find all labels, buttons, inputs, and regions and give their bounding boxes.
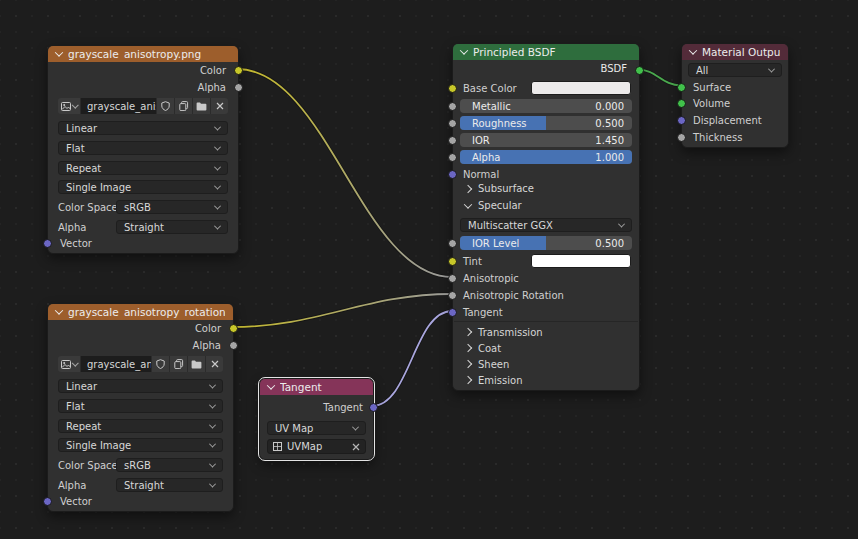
ior-slider[interactable]: IOR 1.450 — [460, 133, 632, 147]
socket-thickness-input[interactable] — [677, 133, 686, 142]
close-icon[interactable] — [352, 443, 360, 451]
collapse-icon[interactable] — [55, 306, 63, 314]
socket-ior-input[interactable] — [448, 136, 457, 145]
socket-tangent-output[interactable] — [369, 403, 378, 412]
collapse-icon[interactable] — [460, 46, 468, 54]
image-name-field[interactable]: grayscale_anisot... — [81, 356, 152, 372]
panel-label: Emission — [478, 375, 523, 386]
metallic-slider[interactable]: Metallic 0.000 — [460, 99, 632, 113]
node-image-texture-rotation[interactable]: grayscale_anisotropy_rotation.png Color … — [47, 303, 234, 512]
direction-type-dropdown[interactable]: UV Map — [267, 421, 366, 435]
extension-dropdown[interactable]: Repeat — [58, 419, 223, 433]
node-material-output[interactable]: Material Output All Surface Volume Displ… — [681, 43, 789, 148]
node-editor-canvas[interactable]: grayscale_anisotropy.png Color Alpha gra… — [0, 0, 858, 539]
projection-dropdown[interactable]: Flat — [58, 141, 228, 155]
volume-label: Volume — [693, 98, 730, 109]
specular-panel[interactable]: Specular — [453, 198, 639, 213]
socket-color-output[interactable] — [234, 66, 243, 75]
node-image-texture-anisotropy[interactable]: grayscale_anisotropy.png Color Alpha gra… — [47, 45, 239, 254]
tangent-input-row: Tangent — [453, 305, 639, 319]
tint-row: Tint — [453, 254, 639, 268]
node-header[interactable]: Principled BSDF — [453, 44, 639, 60]
node-header[interactable]: grayscale_anisotropy.png — [48, 46, 238, 62]
socket-tint-input[interactable] — [448, 257, 457, 266]
vector-input-row: Vector — [48, 236, 238, 250]
tint-label: Tint — [463, 256, 482, 267]
chevron-down-icon — [768, 65, 775, 72]
node-principled-bsdf[interactable]: Principled BSDF BSDF Base Color Metallic… — [452, 43, 640, 391]
socket-vector-input[interactable] — [43, 497, 52, 506]
extension-dropdown[interactable]: Repeat — [58, 161, 228, 175]
chevron-right-icon — [464, 328, 472, 336]
collapse-icon[interactable] — [689, 46, 697, 54]
socket-base-color-input[interactable] — [448, 84, 457, 93]
link-color-to-anisotropic[interactable] — [237, 69, 452, 277]
alpha-slider[interactable]: Alpha 1.000 — [460, 150, 632, 164]
source-dropdown[interactable]: Single Image — [58, 180, 228, 194]
socket-alpha-input[interactable] — [448, 153, 457, 162]
link-color-to-anisotropic-rotation[interactable] — [232, 294, 452, 327]
link-tangent-to-tangent[interactable] — [372, 311, 452, 406]
node-title: Material Output — [702, 46, 780, 58]
socket-alpha-output[interactable] — [234, 83, 243, 92]
node-tangent[interactable]: Tangent Tangent UV Map UVMap — [259, 378, 374, 460]
coat-panel[interactable]: Coat — [453, 341, 639, 355]
color-space-dropdown[interactable]: sRGB — [116, 200, 228, 214]
socket-surface-input[interactable] — [677, 83, 686, 92]
socket-volume-input[interactable] — [677, 99, 686, 108]
open-image-button[interactable] — [193, 98, 211, 114]
socket-anisotropic-input[interactable] — [448, 274, 457, 283]
collapse-icon[interactable] — [267, 381, 275, 389]
new-image-button[interactable] — [170, 356, 188, 372]
unlink-image-button[interactable] — [211, 98, 228, 114]
new-image-button[interactable] — [175, 98, 193, 114]
fake-user-button[interactable] — [157, 98, 175, 114]
socket-anisotropic-rotation-input[interactable] — [448, 291, 457, 300]
output-row-alpha: Alpha — [48, 337, 233, 353]
interpolation-dropdown[interactable]: Linear — [58, 121, 228, 135]
emission-panel[interactable]: Emission — [453, 373, 639, 387]
collapse-icon[interactable] — [55, 48, 63, 56]
panel-label: Specular — [478, 200, 522, 211]
output-label: Tangent — [323, 402, 363, 413]
ior-level-slider[interactable]: IOR Level 0.500 — [460, 236, 632, 250]
socket-bsdf-output[interactable] — [635, 66, 644, 75]
open-image-button[interactable] — [188, 356, 206, 372]
socket-roughness-input[interactable] — [448, 119, 457, 128]
color-space-dropdown[interactable]: sRGB — [116, 458, 223, 472]
link-bsdf-to-surface[interactable] — [638, 70, 681, 86]
subsurface-panel[interactable]: Subsurface — [453, 181, 639, 196]
socket-alpha-output[interactable] — [229, 341, 238, 350]
uv-map-field[interactable]: UVMap — [267, 439, 366, 454]
node-header[interactable]: grayscale_anisotropy_rotation.png — [48, 304, 233, 320]
socket-normal-input[interactable] — [448, 170, 457, 179]
socket-ior-level-input[interactable] — [448, 239, 457, 248]
socket-vector-input[interactable] — [43, 239, 52, 248]
unlink-image-button[interactable] — [206, 356, 223, 372]
tint-swatch[interactable] — [531, 254, 631, 268]
image-browse-dropdown[interactable] — [58, 98, 81, 114]
target-dropdown[interactable]: All — [688, 63, 782, 77]
image-name-field[interactable]: grayscale_anisot... — [81, 98, 157, 114]
shield-icon — [156, 359, 165, 369]
alpha-mode-dropdown[interactable]: Straight — [116, 478, 223, 492]
alpha-mode-dropdown[interactable]: Straight — [116, 220, 228, 234]
projection-dropdown[interactable]: Flat — [58, 399, 223, 413]
node-header[interactable]: Tangent — [260, 379, 373, 395]
transmission-panel[interactable]: Transmission — [453, 325, 639, 339]
interpolation-dropdown[interactable]: Linear — [58, 379, 223, 393]
socket-color-output[interactable] — [229, 324, 238, 333]
sheen-panel[interactable]: Sheen — [453, 357, 639, 371]
node-header[interactable]: Material Output — [682, 44, 788, 60]
source-dropdown[interactable]: Single Image — [58, 438, 223, 452]
close-icon — [216, 102, 224, 110]
socket-displacement-input[interactable] — [677, 116, 686, 125]
socket-tangent-input[interactable] — [448, 308, 457, 317]
image-browse-dropdown[interactable] — [58, 356, 81, 372]
fake-user-button[interactable] — [152, 356, 170, 372]
distribution-dropdown[interactable]: Multiscatter GGX — [460, 218, 632, 232]
socket-metallic-input[interactable] — [448, 102, 457, 111]
roughness-slider[interactable]: Roughness 0.500 — [460, 116, 632, 130]
slider-value: 0.500 — [595, 238, 632, 249]
base-color-swatch[interactable] — [531, 81, 631, 95]
